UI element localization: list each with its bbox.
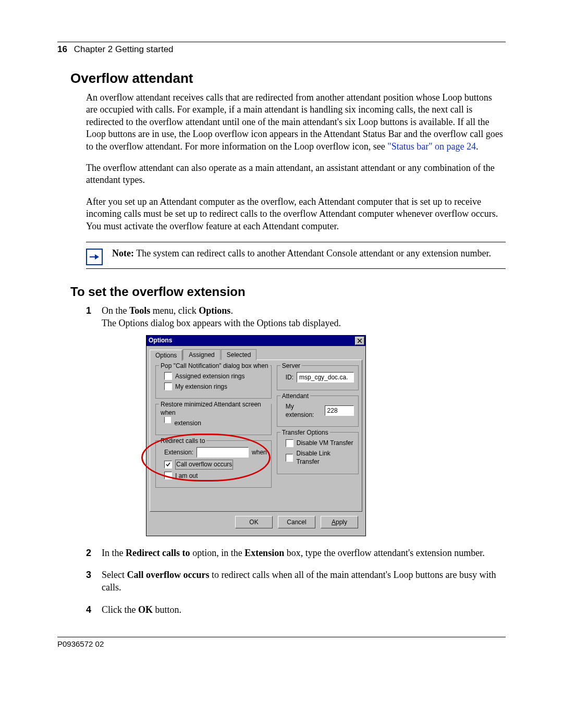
link-status-bar[interactable]: "Status bar" on page 24 (387, 141, 476, 152)
running-header: 16 Chapter 2 Getting started (57, 44, 506, 55)
dialog-titlebar[interactable]: Options (146, 336, 365, 346)
apply-button[interactable]: Apply (321, 516, 358, 528)
chapter-label: Chapter 2 Getting started (74, 44, 174, 54)
checkbox-i-am-out[interactable]: I am out (164, 472, 267, 480)
checkbox-my-ext-rings[interactable]: My extension rings (164, 382, 267, 391)
checkbox-assigned-ext-rings[interactable]: Assigned extension rings (164, 372, 267, 380)
doc-id: P0936572 02 (57, 639, 506, 648)
note-label: Note: (112, 248, 134, 258)
checkbox-call-overflow-occurs[interactable]: Call overflow occurs (164, 460, 267, 469)
close-button[interactable] (355, 337, 364, 345)
dialog-title: Options (149, 336, 355, 344)
group-attendant: Attendant My extension: 228 (277, 396, 359, 427)
group-restore-minimized: Restore minimized Attendant screen when … (155, 404, 272, 435)
my-extension-input[interactable]: 228 (325, 405, 354, 416)
tab-assigned[interactable]: Assigned (183, 349, 220, 360)
step-4: 4 Click the OK button. (86, 603, 506, 616)
extension-input[interactable] (197, 447, 249, 458)
note-block: Note: The system can redirect calls to a… (86, 242, 506, 269)
tab-selected[interactable]: Selected (221, 349, 257, 360)
note-text: The system can redirect calls to another… (134, 248, 491, 258)
page-number: 16 (57, 44, 67, 54)
server-id-input[interactable]: msp_cgy_doc.ca. (297, 372, 354, 382)
options-dialog: Options Options Assigned Selected (146, 335, 366, 536)
checkbox-disable-vm-transfer[interactable]: Disable VM Transfer (286, 439, 354, 447)
group-pop-call-notification: Pop "Call Notification" dialog box when … (155, 365, 272, 399)
step-2: 2 In the Redirect calls to option, in th… (86, 547, 506, 559)
tab-options[interactable]: Options (150, 350, 182, 361)
arrow-right-icon (86, 249, 103, 265)
close-icon (358, 339, 362, 343)
ok-button[interactable]: OK (235, 516, 273, 528)
para-overflow-2: The overflow attendant can also operate … (86, 162, 506, 187)
para-overflow-1: An overflow attendant receives calls tha… (86, 92, 506, 153)
group-transfer-options: Transfer Options Disable VM Transfer Dis… (277, 432, 359, 474)
heading-to-set-overflow: To set the overflow extension (70, 285, 506, 299)
group-redirect-calls: Redirect calls to Extension: when Call o… (155, 440, 272, 487)
para-overflow-3: After you set up an Attendant computer a… (86, 196, 506, 232)
group-server: Server ID: msp_cgy_doc.ca. (277, 365, 359, 390)
heading-overflow-attendant: Overflow attendant (70, 70, 506, 87)
checkbox-disable-link-transfer[interactable]: Disable Link Transfer (286, 449, 354, 466)
step-1: 1 On the Tools menu, click Options. The … (86, 304, 506, 536)
step-3: 3 Select Call overflow occurs to redirec… (86, 569, 506, 594)
cancel-button[interactable]: Cancel (278, 516, 315, 528)
